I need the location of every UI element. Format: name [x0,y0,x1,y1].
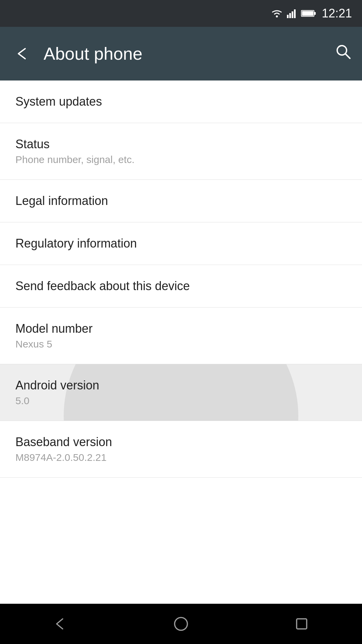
list-item-system-updates[interactable]: System updates [0,80,362,123]
svg-rect-1 [287,15,289,18]
status-icons [271,9,316,18]
android-version-value: 5.0 [15,395,347,407]
system-updates-title: System updates [15,95,347,109]
nav-back-icon [52,615,69,632]
app-bar-left: About phone [10,44,142,64]
search-button[interactable] [335,43,352,64]
list-item-android-version[interactable]: Android version 5.0 [0,364,362,421]
model-number-title: Model number [15,322,347,336]
svg-line-9 [345,54,350,58]
nav-home-icon [173,615,189,632]
nav-recent-button[interactable] [282,610,322,637]
settings-list: System updates Status Phone number, sign… [0,80,362,478]
legal-information-title: Legal information [15,194,347,208]
svg-rect-7 [302,11,313,16]
list-item-baseband-version[interactable]: Baseband version M8974A-2.0.50.2.21 [0,421,362,478]
model-number-value: Nexus 5 [15,338,347,350]
list-item-legal-information[interactable]: Legal information [0,180,362,222]
navigation-bar [0,604,362,644]
app-bar: About phone [0,27,362,80]
svg-rect-4 [294,9,296,18]
signal-icon [287,9,297,18]
search-icon [335,43,352,60]
regulatory-information-title: Regulatory information [15,236,347,251]
status-subtitle: Phone number, signal, etc. [15,154,347,165]
android-version-title: Android version [15,378,347,392]
status-bar: 12:21 [0,0,362,27]
svg-point-0 [276,15,278,17]
list-item-send-feedback[interactable]: Send feedback about this device [0,265,362,308]
status-time: 12:21 [322,6,352,20]
svg-rect-2 [289,13,291,18]
baseband-version-title: Baseband version [15,435,347,449]
list-item-status[interactable]: Status Phone number, signal, etc. [0,123,362,180]
svg-point-10 [175,618,187,630]
svg-rect-6 [314,12,316,15]
back-arrow-icon [13,45,30,62]
baseband-version-value: M8974A-2.0.50.2.21 [15,452,347,463]
svg-rect-11 [297,619,307,629]
list-item-model-number[interactable]: Model number Nexus 5 [0,308,362,364]
page-title: About phone [44,44,142,64]
status-bar-right: 12:21 [271,6,352,20]
status-title: Status [15,137,347,151]
back-button[interactable] [10,45,34,62]
svg-rect-3 [292,11,293,18]
list-item-regulatory-information[interactable]: Regulatory information [0,222,362,265]
nav-back-button[interactable] [40,610,80,637]
ripple-effect [64,364,298,421]
wifi-icon [271,9,283,18]
nav-recent-icon [293,615,310,632]
send-feedback-title: Send feedback about this device [15,279,347,293]
battery-icon [301,9,316,18]
nav-home-button[interactable] [161,610,201,637]
